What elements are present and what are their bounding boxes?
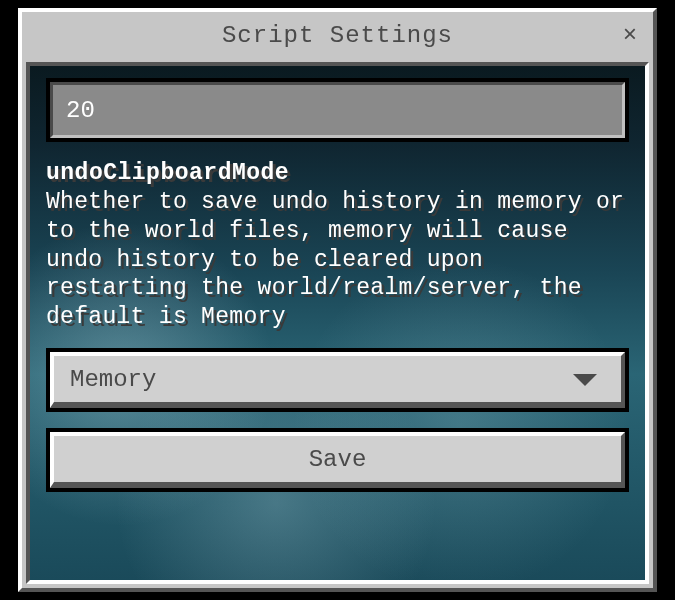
close-button[interactable]: × (615, 20, 645, 50)
window-title: Script Settings (222, 22, 453, 49)
save-button[interactable]: Save (46, 428, 629, 492)
content-area: undoClipboardMode Whether to save undo h… (26, 62, 649, 584)
setting-description: Whether to save undo history in memory o… (46, 188, 629, 332)
settings-window: Script Settings × undoClipboardMode Whet… (14, 4, 661, 596)
titlebar: Script Settings × (22, 12, 653, 58)
content-inner: undoClipboardMode Whether to save undo h… (46, 78, 629, 492)
chevron-down-icon (573, 374, 597, 386)
input-wrapper (46, 78, 629, 142)
save-button-label: Save (309, 446, 367, 473)
dropdown-selected: Memory (70, 366, 573, 393)
mode-dropdown[interactable]: Memory (46, 348, 629, 412)
value-input[interactable] (46, 78, 629, 142)
setting-title: undoClipboardMode (46, 160, 629, 186)
close-icon: × (623, 22, 637, 49)
